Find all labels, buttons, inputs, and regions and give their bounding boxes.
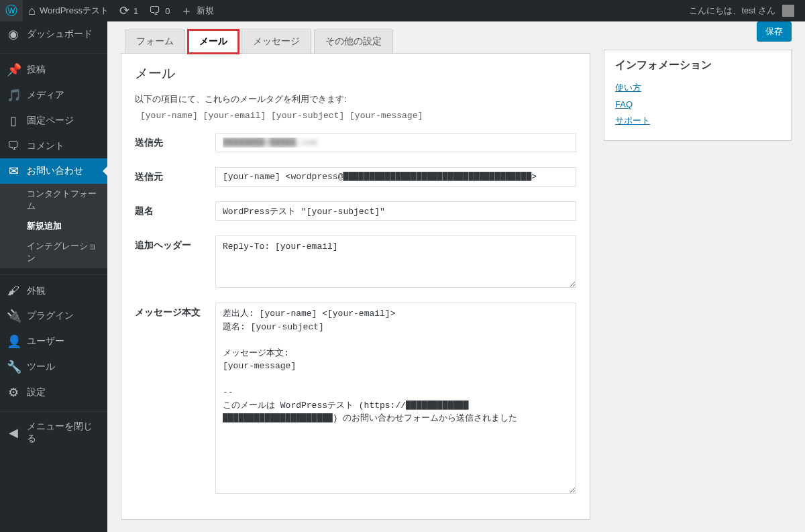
comments-num: 0 [165, 6, 170, 16]
wordpress-icon: ⓦ [5, 5, 17, 17]
greeting-text: こんにちは、test さん [689, 5, 775, 17]
info-box: インフォメーション 使い方 FAQ サポート [604, 50, 792, 141]
menu-users[interactable]: 👤ユーザー [0, 329, 107, 354]
avatar [782, 5, 794, 17]
page-icon: ▯ [7, 113, 20, 128]
menu-contact[interactable]: ✉お問い合わせ [0, 158, 107, 184]
site-name[interactable]: ⌂WordPressテスト [23, 0, 114, 21]
subject-input[interactable] [215, 201, 576, 221]
separator [0, 272, 107, 275]
comments-count[interactable]: 🗨0 [144, 0, 175, 21]
sub-integration[interactable]: インテグレーション [0, 236, 107, 268]
info-link-usage[interactable]: 使い方 [615, 82, 780, 94]
info-link-support[interactable]: サポート [615, 115, 780, 127]
brush-icon: 🖌 [7, 284, 20, 298]
site-title-text: WordPressテスト [40, 5, 109, 17]
tab-form[interactable]: フォーム [125, 30, 185, 54]
dashboard-icon: ◉ [7, 27, 20, 42]
separator [0, 50, 107, 54]
menu-posts[interactable]: 📌投稿 [0, 57, 107, 83]
collapse-menu[interactable]: ◀メニューを閉じる [0, 415, 107, 450]
home-icon: ⌂ [28, 5, 36, 17]
body-textarea[interactable] [215, 303, 576, 494]
comment-icon: 🗨 [7, 139, 20, 153]
collapse-icon: ◀ [7, 425, 20, 440]
pin-icon: 📌 [7, 62, 20, 77]
media-icon: 🎵 [7, 88, 20, 103]
panel-title: メール [135, 64, 576, 83]
updates-count: 1 [133, 6, 138, 16]
user-greeting[interactable]: こんにちは、test さん [684, 0, 800, 21]
tools-icon: 🔧 [7, 360, 20, 374]
plugin-icon: 🔌 [7, 309, 20, 323]
tab-mail[interactable]: メール [188, 30, 239, 54]
mail-tags: [your-name] [your-email] [your-subject] … [135, 111, 576, 121]
info-title: インフォメーション [615, 58, 780, 72]
sub-contact-forms[interactable]: コンタクトフォーム [0, 184, 107, 216]
subject-label: 題名 [135, 201, 215, 217]
to-input[interactable] [215, 133, 576, 152]
new-content[interactable]: ＋新規 [175, 0, 219, 21]
menu-media[interactable]: 🎵メディア [0, 83, 107, 108]
admin-sidebar: ◉ダッシュボード 📌投稿 🎵メディア ▯固定ページ 🗨コメント ✉お問い合わせ … [0, 21, 107, 532]
from-label: 送信元 [135, 167, 215, 183]
separator [0, 409, 107, 412]
headers-label: 追加ヘッダー [135, 235, 215, 252]
menu-settings[interactable]: ⚙設定 [0, 380, 107, 405]
mail-icon: ✉ [7, 164, 20, 178]
menu-tools[interactable]: 🔧ツール [0, 354, 107, 380]
updates[interactable]: ⟳1 [114, 0, 144, 21]
tab-messages[interactable]: メッセージ [241, 30, 311, 54]
to-label: 送信先 [135, 133, 215, 149]
sub-add-new[interactable]: 新規追加 [0, 216, 107, 236]
plus-icon: ＋ [180, 5, 193, 17]
menu-dashboard[interactable]: ◉ダッシュボード [0, 21, 107, 47]
menu-pages[interactable]: ▯固定ページ [0, 108, 107, 134]
users-icon: 👤 [7, 334, 20, 349]
wp-logo[interactable]: ⓦ [0, 0, 23, 21]
headers-textarea[interactable] [215, 235, 576, 288]
submenu-contact: コンタクトフォーム 新規追加 インテグレーション [0, 184, 107, 268]
menu-plugins[interactable]: 🔌プラグイン [0, 303, 107, 329]
tab-other-settings[interactable]: その他の設定 [314, 30, 393, 54]
mail-panel: メール 以下の項目にて、これらのメールタグを利用できます: [your-name… [121, 53, 590, 520]
info-link-faq[interactable]: FAQ [615, 99, 780, 109]
save-button[interactable]: 保存 [757, 21, 792, 42]
menu-appearance[interactable]: 🖌外観 [0, 278, 107, 303]
body-label: メッセージ本文 [135, 303, 215, 319]
new-label: 新規 [197, 5, 214, 17]
content-area: フォーム メール メッセージ その他の設定 メール 以下の項目にて、これらのメー… [107, 21, 805, 532]
from-input[interactable] [215, 167, 576, 187]
tabs: フォーム メール メッセージ その他の設定 メール 以下の項目にて、これらのメー… [121, 30, 590, 520]
admin-bar: ⓦ ⌂WordPressテスト ⟳1 🗨0 ＋新規 こんにちは、test さん [0, 0, 805, 21]
comment-icon: 🗨 [149, 5, 161, 17]
refresh-icon: ⟳ [119, 5, 129, 17]
panel-subtext: 以下の項目にて、これらのメールタグを利用できます: [135, 93, 576, 105]
menu-comments[interactable]: 🗨コメント [0, 134, 107, 158]
settings-icon: ⚙ [7, 385, 20, 400]
